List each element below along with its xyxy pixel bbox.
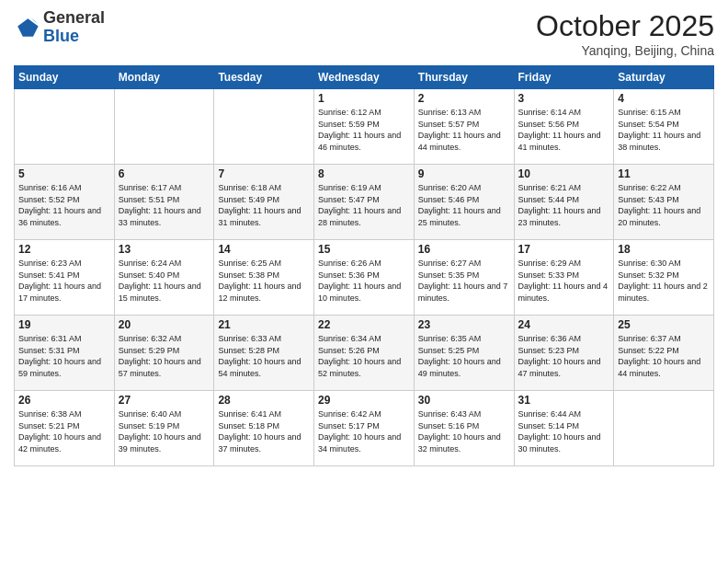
calendar-cell: 28Sunrise: 6:41 AMSunset: 5:18 PMDayligh… [214,391,314,466]
day-info-line: Daylight: 10 hours and 47 minutes. [518,357,601,378]
day-info-line: Sunrise: 6:32 AM [119,334,182,343]
day-number: 4 [618,92,710,105]
calendar-cell: 23Sunrise: 6:35 AMSunset: 5:25 PMDayligh… [414,316,514,391]
day-number: 24 [518,318,610,331]
day-info: Sunrise: 6:16 AMSunset: 5:52 PMDaylight:… [18,182,110,228]
day-info-line: Daylight: 11 hours and 38 minutes. [618,131,700,152]
day-info-line: Sunrise: 6:35 AM [418,334,482,343]
day-info-line: Sunset: 5:57 PM [418,120,480,129]
calendar-cell [614,391,714,466]
day-info-line: Daylight: 11 hours and 33 minutes. [119,206,201,227]
calendar-cell: 16Sunrise: 6:27 AMSunset: 5:35 PMDayligh… [414,240,514,316]
day-info-line: Daylight: 11 hours and 20 minutes. [618,206,700,227]
day-info-line: Daylight: 11 hours and 17 minutes. [18,282,101,303]
day-info-line: Sunrise: 6:40 AM [119,409,182,419]
day-number: 18 [618,243,710,256]
calendar-cell: 13Sunrise: 6:24 AMSunset: 5:40 PMDayligh… [114,240,214,316]
day-info-line: Sunrise: 6:19 AM [318,183,381,192]
logo-icon [14,15,40,40]
day-info-line: Daylight: 10 hours and 39 minutes. [119,432,201,454]
day-info-line: Sunrise: 6:17 AM [119,183,182,192]
calendar-cell [214,89,314,165]
day-info-line: Sunrise: 6:14 AM [518,108,582,117]
day-info: Sunrise: 6:12 AMSunset: 5:59 PMDaylight:… [318,107,410,153]
day-info-line: Sunset: 5:25 PM [418,346,480,355]
day-info-line: Daylight: 11 hours and 4 minutes. [518,282,609,303]
day-info-line: Sunrise: 6:36 AM [518,334,582,343]
title-block: October 2025 Yanqing, Beijing, China [536,9,714,58]
day-info-line: Daylight: 10 hours and 54 minutes. [218,357,301,378]
day-number: 9 [418,167,510,180]
day-info-line: Sunset: 5:21 PM [18,421,80,431]
calendar-cell: 24Sunrise: 6:36 AMSunset: 5:23 PMDayligh… [514,316,614,391]
day-info-line: Daylight: 11 hours and 41 minutes. [518,131,601,152]
calendar-cell: 17Sunrise: 6:29 AMSunset: 5:33 PMDayligh… [514,240,614,316]
day-info-line: Daylight: 11 hours and 12 minutes. [218,282,301,303]
day-info: Sunrise: 6:41 AMSunset: 5:18 PMDaylight:… [218,408,310,454]
day-info: Sunrise: 6:37 AMSunset: 5:22 PMDaylight:… [618,333,710,379]
day-number: 13 [119,243,210,256]
day-number: 29 [318,394,410,407]
location-text: Yanqing, Beijing, China [536,43,714,58]
day-number: 23 [418,318,510,331]
calendar-cell: 15Sunrise: 6:26 AMSunset: 5:36 PMDayligh… [314,240,415,316]
day-info-line: Daylight: 10 hours and 57 minutes. [119,357,201,378]
page-header: General Blue October 2025 Yanqing, Beiji… [14,9,714,58]
day-info-line: Sunset: 5:31 PM [18,346,80,355]
day-info-line: Sunrise: 6:37 AM [618,334,681,343]
calendar-cell: 19Sunrise: 6:31 AMSunset: 5:31 PMDayligh… [15,316,115,391]
day-info-line: Daylight: 10 hours and 30 minutes. [518,432,601,454]
day-info-line: Sunrise: 6:41 AM [218,409,281,419]
day-number: 7 [218,167,310,180]
day-info-line: Sunset: 5:49 PM [218,195,279,204]
logo-general-text: General [43,8,105,27]
day-info: Sunrise: 6:20 AMSunset: 5:46 PMDaylight:… [418,182,510,228]
day-info-line: Sunset: 5:16 PM [418,421,480,431]
day-info: Sunrise: 6:33 AMSunset: 5:28 PMDaylight:… [218,333,310,379]
day-number: 20 [119,318,210,331]
day-number: 19 [18,318,110,331]
day-info-line: Sunset: 5:29 PM [119,346,180,355]
day-info-line: Sunrise: 6:26 AM [318,259,381,268]
day-info-line: Sunrise: 6:31 AM [18,334,82,343]
calendar-cell: 8Sunrise: 6:19 AMSunset: 5:47 PMDaylight… [314,165,415,240]
calendar-cell: 3Sunrise: 6:14 AMSunset: 5:56 PMDaylight… [514,89,614,165]
day-info: Sunrise: 6:36 AMSunset: 5:23 PMDaylight:… [518,333,610,379]
day-info-line: Sunset: 5:52 PM [18,195,80,204]
day-info-line: Sunset: 5:44 PM [518,195,580,204]
col-header-sunday: Sunday [15,66,115,89]
day-info-line: Daylight: 10 hours and 37 minutes. [218,432,301,454]
day-info-line: Sunrise: 6:33 AM [218,334,281,343]
day-number: 16 [418,243,510,256]
day-info-line: Sunrise: 6:25 AM [218,259,281,268]
calendar-cell: 10Sunrise: 6:21 AMSunset: 5:44 PMDayligh… [514,165,614,240]
day-info-line: Sunrise: 6:22 AM [618,183,681,192]
calendar-cell: 29Sunrise: 6:42 AMSunset: 5:17 PMDayligh… [314,391,415,466]
calendar-cell: 27Sunrise: 6:40 AMSunset: 5:19 PMDayligh… [114,391,214,466]
calendar-cell [15,89,115,165]
day-info: Sunrise: 6:29 AMSunset: 5:33 PMDaylight:… [518,258,610,304]
day-info: Sunrise: 6:23 AMSunset: 5:41 PMDaylight:… [18,258,110,304]
day-number: 30 [418,394,510,407]
day-info: Sunrise: 6:25 AMSunset: 5:38 PMDaylight:… [218,258,310,304]
calendar-cell: 25Sunrise: 6:37 AMSunset: 5:22 PMDayligh… [614,316,714,391]
calendar-cell: 9Sunrise: 6:20 AMSunset: 5:46 PMDaylight… [414,165,514,240]
calendar-cell: 12Sunrise: 6:23 AMSunset: 5:41 PMDayligh… [15,240,115,316]
day-info-line: Sunrise: 6:30 AM [618,259,681,268]
day-info-line: Sunrise: 6:44 AM [518,409,582,419]
day-info-line: Sunset: 5:36 PM [318,270,380,280]
calendar-cell: 5Sunrise: 6:16 AMSunset: 5:52 PMDaylight… [15,165,115,240]
day-info: Sunrise: 6:43 AMSunset: 5:16 PMDaylight:… [418,408,510,454]
day-number: 26 [18,394,110,407]
day-info: Sunrise: 6:42 AMSunset: 5:17 PMDaylight:… [318,408,410,454]
col-header-wednesday: Wednesday [314,66,415,89]
day-info-line: Sunset: 5:40 PM [119,270,180,280]
day-info-line: Daylight: 11 hours and 15 minutes. [119,282,201,303]
day-info-line: Sunrise: 6:13 AM [418,108,482,117]
day-number: 12 [18,243,110,256]
day-info-line: Sunset: 5:17 PM [318,421,380,431]
day-info: Sunrise: 6:19 AMSunset: 5:47 PMDaylight:… [318,182,410,228]
day-info-line: Daylight: 11 hours and 31 minutes. [218,206,301,227]
col-header-thursday: Thursday [414,66,514,89]
day-info-line: Sunset: 5:51 PM [119,195,180,204]
